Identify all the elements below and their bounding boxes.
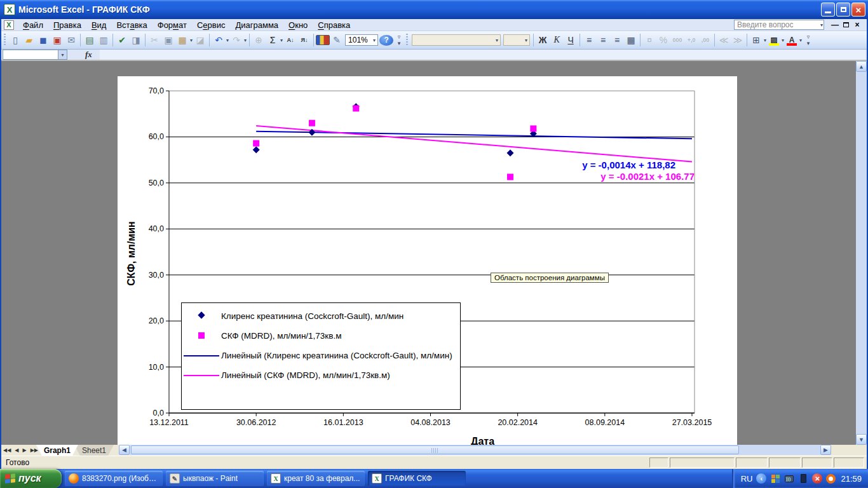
menu-Окно[interactable]: Окно	[283, 20, 313, 30]
increase-decimal-icon[interactable]: +,0	[684, 34, 698, 47]
scroll-down-icon[interactable]: ▼	[856, 434, 867, 445]
series-2-points[interactable]	[253, 105, 536, 180]
legend-entry[interactable]: СКФ (MDRD), мл/мин/1,73кв.м	[182, 330, 460, 341]
underline-icon[interactable]: Ч	[564, 34, 578, 47]
font-color-icon[interactable]: А	[785, 34, 799, 47]
currency-icon[interactable]: ¤	[642, 34, 656, 47]
network-icon[interactable]: )))	[784, 473, 794, 484]
sheet-tab-Graph1[interactable]: Graph1	[36, 445, 78, 456]
name-box[interactable]	[3, 50, 58, 60]
hyperlink-icon[interactable]: ⊕	[252, 34, 266, 47]
paste-icon[interactable]: ▦	[175, 34, 189, 47]
increase-indent-icon[interactable]: ≫	[731, 34, 745, 47]
italic-icon[interactable]: К	[550, 34, 564, 47]
toolbar-options-icon[interactable]	[395, 34, 403, 46]
next-sheet-button[interactable]: ▶	[22, 447, 26, 453]
workbook-close-button[interactable]: ×	[853, 20, 862, 29]
bold-icon[interactable]: Ж	[536, 34, 550, 47]
borders-icon[interactable]: ⊞	[749, 34, 763, 47]
autosum-icon[interactable]: Σ	[266, 34, 280, 47]
task-ГРАФИК СКФ[interactable]: XГРАФИК СКФ	[368, 471, 466, 486]
merge-center-icon[interactable]: ▦	[624, 34, 638, 47]
menu-Сервис[interactable]: Сервис	[192, 20, 231, 30]
menu-Вставка[interactable]: Вставка	[111, 20, 152, 30]
horizontal-scrollbar[interactable]: ◀ ▶	[119, 445, 867, 456]
clock[interactable]: 21:59	[841, 474, 862, 484]
restore-button[interactable]	[836, 3, 850, 17]
battery-icon[interactable]	[798, 473, 808, 484]
sheet-tab-Sheet1[interactable]: Sheet1	[74, 445, 114, 456]
open-folder-icon[interactable]: ▰	[22, 34, 36, 47]
print-icon[interactable]: ▤	[83, 34, 97, 47]
new-document-icon[interactable]: ▯	[8, 34, 22, 47]
menu-Файл[interactable]: Файл	[18, 20, 48, 30]
percent-icon[interactable]: %	[656, 34, 670, 47]
chart-sheet[interactable]: 0,010,020,030,040,050,060,070,013.12.201…	[118, 76, 737, 445]
font-size-icon[interactable]	[503, 34, 530, 46]
scroll-left-icon[interactable]: ◀	[119, 445, 130, 455]
question-box[interactable]: Введите вопрос	[734, 20, 824, 30]
trendline-equation-blue[interactable]: y = -0,0014x + 118,82	[517, 159, 675, 170]
minimize-button[interactable]	[821, 3, 835, 17]
align-center-icon[interactable]: ≡	[596, 34, 610, 47]
series-1-points[interactable]	[253, 103, 537, 156]
app-grid-icon[interactable]	[770, 473, 780, 484]
start-button[interactable]: пуск	[0, 469, 62, 488]
last-sheet-button[interactable]: ▶▶	[31, 447, 38, 453]
help-icon[interactable]: ?	[379, 35, 393, 46]
cut-icon[interactable]: ✂	[147, 34, 161, 47]
menu-Правка[interactable]: Правка	[48, 20, 86, 30]
legend-entry[interactable]: Линейный (Клиренс креатинина (Cockcroft-…	[182, 350, 460, 361]
font-name-icon[interactable]	[412, 34, 501, 46]
trendline-equation-magenta[interactable]: y = -0.0021x + 106.77	[536, 171, 695, 182]
trendlines[interactable]	[256, 126, 692, 161]
task-креат 80 за феврал...[interactable]: Xкреат 80 за феврал...	[267, 471, 365, 486]
scroll-right-icon[interactable]: ▶	[820, 445, 831, 455]
zoom-icon[interactable]: 101%	[345, 34, 378, 46]
x-axis-title[interactable]: Дата	[471, 436, 494, 445]
language-indicator[interactable]: RU	[741, 474, 753, 484]
research-icon[interactable]: ◨	[129, 34, 143, 47]
font-color-dropdown-icon[interactable]	[799, 37, 803, 43]
menu-Вид[interactable]: Вид	[86, 20, 112, 30]
menu-Диаграмма[interactable]: Диаграмма	[230, 20, 283, 30]
redo-dropdown-icon[interactable]	[243, 37, 247, 43]
decrease-decimal-icon[interactable]: ,00	[698, 34, 712, 47]
chevron-down-icon[interactable]	[820, 22, 824, 28]
sort-descending-icon[interactable]: Я↓	[297, 34, 311, 47]
legend-entry[interactable]: Линейный (СКФ (MDRD), мл/мин/1,73кв.м)	[182, 370, 460, 381]
copy-icon[interactable]: ▣	[161, 34, 175, 47]
redo-icon[interactable]: ↷	[229, 34, 243, 47]
task-8383270.png (Изобр...[interactable]: 8383270.png (Изобр...	[65, 471, 163, 486]
workbook-restore-button[interactable]	[843, 22, 849, 27]
toolbar-options-icon[interactable]	[804, 34, 813, 46]
fill-color-icon[interactable]: ▨	[767, 34, 781, 47]
thousands-icon[interactable]: 000	[670, 34, 684, 47]
prev-sheet-button[interactable]: ◀	[15, 447, 18, 453]
sort-ascending-icon[interactable]: А↓	[283, 34, 297, 47]
toolbar-drag-handle[interactable]	[4, 34, 6, 46]
scroll-up-icon[interactable]: ▲	[856, 61, 867, 72]
decrease-indent-icon[interactable]: ≪	[717, 34, 731, 47]
align-right-icon[interactable]: ≡	[610, 34, 624, 47]
insert-function-button[interactable]: fx	[85, 50, 92, 60]
format-painter-icon[interactable]: ◪	[193, 34, 207, 47]
toolbar-drag-handle[interactable]	[406, 34, 408, 46]
undo-icon[interactable]: ↶	[212, 34, 226, 47]
orange-app-icon[interactable]	[826, 474, 836, 484]
security-alert-icon[interactable]: ✕	[812, 473, 822, 484]
legend-entry[interactable]: Клиренс креатинина (Cockcroft-Gault), мл…	[182, 311, 460, 322]
chart-wizard-icon[interactable]	[316, 35, 330, 45]
scrollbar-thumb[interactable]	[131, 445, 739, 454]
chart-legend[interactable]: Клиренс креатинина (Cockcroft-Gault), мл…	[181, 302, 461, 410]
menu-Формат[interactable]: Формат	[153, 20, 192, 30]
vertical-scrollbar[interactable]: ▲ ▼	[856, 61, 867, 445]
hide-icons-chevron-icon[interactable]: ‹	[756, 473, 766, 484]
email-icon[interactable]: ✉	[64, 34, 78, 47]
print-preview-icon[interactable]: ▥	[97, 34, 111, 47]
menu-Справка[interactable]: Справка	[313, 20, 355, 30]
workbook-minimize-button[interactable]: —	[831, 20, 839, 29]
task-ыквпаож - Paint[interactable]: ✎ыквпаож - Paint	[166, 471, 264, 486]
spelling-icon[interactable]: ✔	[115, 34, 129, 47]
save-icon[interactable]: ◼	[36, 34, 50, 47]
